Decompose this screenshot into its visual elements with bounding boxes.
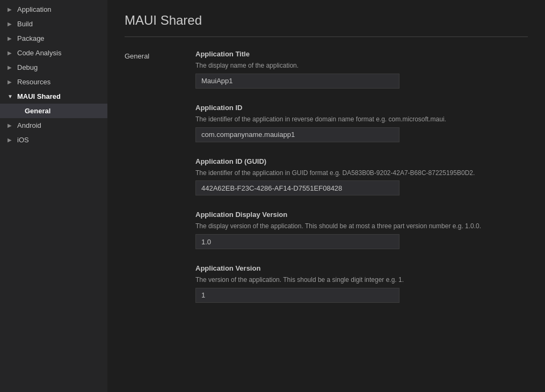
sidebar-item-label: Debug (17, 63, 38, 71)
sidebar-item-label: Resources (17, 78, 50, 86)
sidebar-item-label: Android (17, 121, 41, 129)
field-input-app-version[interactable] (195, 288, 399, 303)
field-desc-app-version: The version of the application. This sho… (195, 275, 528, 285)
field-input-app-id-guid[interactable] (195, 180, 399, 195)
field-group-app-id-guid: Application ID (GUID)The identifier of t… (195, 157, 528, 196)
sidebar: ▶Application▶Build▶Package▶Code Analysis… (0, 0, 107, 392)
field-desc-app-id: The identifier of the application in rev… (195, 115, 528, 124)
field-title-app-id: Application ID (195, 104, 528, 112)
sidebar-item-android[interactable]: ▶Android (0, 118, 107, 133)
chevron-icon: ▶ (8, 50, 14, 56)
page-title: MAUI Shared (125, 13, 528, 28)
sidebar-item-build[interactable]: ▶Build (0, 17, 107, 31)
sidebar-item-label: General (25, 107, 50, 115)
sidebar-item-label: Code Analysis (17, 49, 61, 57)
field-group-app-title: Application TitleThe display name of the… (195, 50, 528, 89)
field-title-app-id-guid: Application ID (GUID) (195, 157, 528, 165)
field-group-app-display-version: Application Display VersionThe display v… (195, 210, 528, 249)
chevron-icon: ▶ (8, 64, 14, 70)
sidebar-item-label: Build (17, 20, 33, 28)
field-title-app-version: Application Version (195, 264, 528, 272)
sidebar-item-label: MAUI Shared (17, 92, 61, 100)
field-title-app-title: Application Title (195, 50, 528, 58)
chevron-icon: ▶ (8, 21, 14, 27)
sidebar-item-ios[interactable]: ▶iOS (0, 133, 107, 147)
sidebar-item-code-analysis[interactable]: ▶Code Analysis (0, 46, 107, 60)
sidebar-item-label: Package (17, 34, 45, 42)
field-group-app-version: Application VersionThe version of the ap… (195, 264, 528, 303)
section-divider (125, 37, 528, 37)
field-title-app-display-version: Application Display Version (195, 210, 528, 219)
field-desc-app-id-guid: The identifier of the application in GUI… (195, 169, 528, 178)
fields-column: Application TitleThe display name of the… (195, 50, 528, 303)
field-input-app-display-version[interactable] (195, 234, 399, 249)
field-input-app-id[interactable] (195, 127, 399, 142)
content-layout: General Application TitleThe display nam… (125, 50, 528, 303)
sidebar-item-maui-shared[interactable]: ▼MAUI Shared (0, 89, 107, 104)
chevron-icon: ▶ (8, 137, 14, 143)
chevron-icon: ▶ (8, 6, 14, 12)
field-desc-app-title: The display name of the application. (195, 61, 528, 70)
sidebar-item-application[interactable]: ▶Application (0, 2, 107, 17)
sidebar-item-resources[interactable]: ▶Resources (0, 75, 107, 89)
chevron-icon: ▶ (8, 79, 14, 85)
sidebar-item-debug[interactable]: ▶Debug (0, 60, 107, 75)
section-label: General (125, 50, 178, 303)
field-input-app-title[interactable] (195, 74, 399, 89)
field-desc-app-display-version: The display version of the application. … (195, 222, 528, 231)
chevron-icon: ▶ (8, 35, 14, 41)
chevron-icon: ▼ (8, 93, 14, 99)
main-content: MAUI Shared General Application TitleThe… (107, 0, 545, 392)
field-group-app-id: Application IDThe identifier of the appl… (195, 104, 528, 142)
sidebar-item-package[interactable]: ▶Package (0, 31, 107, 46)
sidebar-item-general[interactable]: General (0, 104, 107, 118)
sidebar-item-label: iOS (17, 136, 29, 144)
sidebar-item-label: Application (17, 5, 52, 13)
chevron-icon: ▶ (8, 122, 14, 128)
